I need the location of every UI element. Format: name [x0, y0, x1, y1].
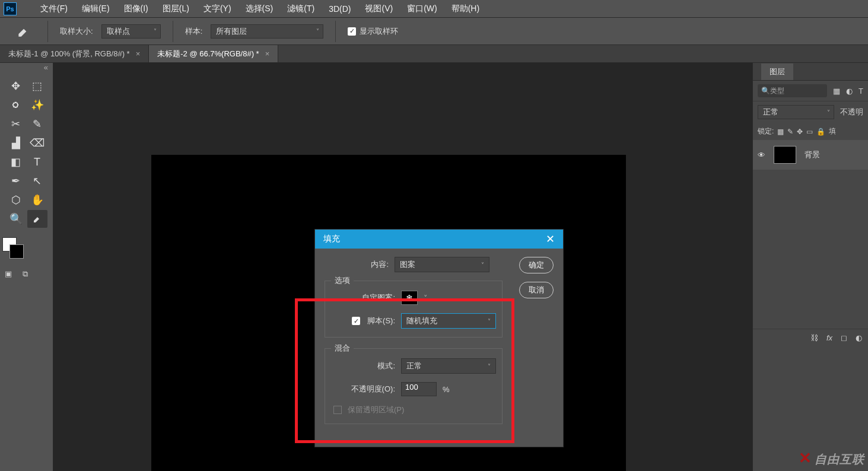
menu-layer[interactable]: 图层(L) — [155, 4, 196, 14]
layer-row[interactable]: 👁 背景 — [753, 140, 868, 170]
options-bar: 取样大小: 取样点 样本: 所有图层 ✓ 显示取样环 — [0, 18, 868, 45]
opacity-input[interactable]: 100 — [401, 382, 437, 396]
chevron-down-icon[interactable]: ˅ — [424, 294, 428, 303]
layer-name: 背景 — [805, 149, 820, 160]
crop-tool[interactable]: ✂ — [6, 115, 26, 133]
background-swatch[interactable] — [9, 244, 24, 259]
menu-window[interactable]: 窗口(W) — [400, 4, 444, 14]
brush-tool[interactable]: ✎ — [27, 115, 47, 133]
sample-label: 样本: — [185, 26, 203, 37]
visibility-icon[interactable]: 👁 — [758, 151, 765, 160]
filter-image-icon[interactable]: ▦ — [833, 87, 840, 96]
menu-select[interactable]: 选择(S) — [239, 4, 281, 14]
menu-help[interactable]: 帮助(H) — [444, 4, 487, 14]
show-ring-label: 显示取样环 — [360, 26, 398, 37]
adjustment-icon[interactable]: ◐ — [856, 333, 862, 342]
blend-legend: 混合 — [331, 343, 354, 354]
hand-tool[interactable]: ✋ — [27, 191, 47, 209]
lasso-tool[interactable]: ⭘ — [6, 96, 26, 114]
menu-3d[interactable]: 3D(D) — [322, 4, 358, 14]
type-tool[interactable]: T — [27, 153, 47, 171]
shape-tool[interactable]: ⬡ — [6, 191, 26, 209]
filter-adjust-icon[interactable]: ◐ — [846, 87, 853, 96]
close-icon[interactable]: × — [265, 49, 270, 58]
eyedropper-tool[interactable] — [27, 210, 47, 228]
link-icon[interactable]: ⛓ — [810, 333, 818, 342]
opacity-label: 不透明 — [840, 107, 863, 117]
ok-button[interactable]: 确定 — [519, 257, 554, 273]
lock-all-icon[interactable]: 🔒 — [816, 128, 825, 136]
eyedropper-icon[interactable] — [12, 23, 36, 40]
tab-label: 未标题-2 @ 66.7%(RGB/8#) * — [157, 49, 259, 59]
content-combo[interactable]: 图案 — [395, 257, 489, 272]
script-combo[interactable]: 随机填充 — [401, 313, 496, 329]
preserve-transparency-label: 保留透明区域(P) — [348, 405, 404, 415]
lock-brush-icon[interactable]: ✎ — [787, 128, 793, 136]
custom-pattern-label: 自定图案: — [331, 292, 395, 303]
preserve-transparency-checkbox — [333, 406, 342, 414]
menubar: Ps 文件(F) 编辑(E) 图像(I) 图层(L) 文字(Y) 选择(S) 滤… — [0, 0, 868, 18]
blend-mode-combo[interactable]: 正常 — [758, 105, 834, 119]
lock-label: 锁定: — [758, 126, 774, 136]
zoom-tool[interactable]: 🔍 — [6, 210, 26, 228]
close-icon[interactable]: × — [136, 49, 141, 58]
dialog-title: 填充 — [323, 234, 340, 244]
fx-icon[interactable]: fx — [826, 333, 832, 342]
tab-label: 未标题-1 @ 100% (背景, RGB/8#) * — [8, 49, 130, 59]
content-label: 内容: — [325, 259, 389, 270]
check-icon: ✓ — [348, 27, 356, 36]
move-tool[interactable]: ✥ — [6, 77, 26, 95]
menu-edit[interactable]: 编辑(E) — [75, 4, 117, 14]
document-tabs: 未标题-1 @ 100% (背景, RGB/8#) * × 未标题-2 @ 66… — [0, 45, 868, 63]
menu-image[interactable]: 图像(I) — [117, 4, 155, 14]
fill-label: 填 — [829, 126, 836, 136]
menu-view[interactable]: 视图(V) — [358, 4, 400, 14]
lock-artboard-icon[interactable]: ▭ — [806, 128, 813, 136]
path-select-tool[interactable]: ↖ — [27, 172, 47, 190]
layers-tab[interactable]: 图层 — [753, 63, 868, 81]
script-checkbox[interactable]: ✓ — [352, 317, 360, 325]
tab-doc2[interactable]: 未标题-2 @ 66.7%(RGB/8#) * × — [149, 45, 278, 62]
layers-panel: 图层 🔍 类型 ▦ ◐ T 正常 不透明 锁定: ▦ ✎ ✥ ▭ 🔒 填 👁 背… — [752, 63, 868, 471]
layer-filter-search[interactable]: 🔍 类型 — [758, 84, 827, 97]
magic-wand-tool[interactable]: ✨ — [27, 96, 47, 114]
marquee-tool[interactable]: ⬚ — [27, 77, 47, 95]
mode-label: 模式: — [331, 361, 395, 371]
pen-tool[interactable]: ✒ — [6, 172, 26, 190]
script-label: 脚本(S): — [367, 316, 395, 326]
tab-doc1[interactable]: 未标题-1 @ 100% (背景, RGB/8#) * × — [0, 45, 149, 62]
opacity-label: 不透明度(O): — [331, 384, 395, 394]
panel-collapse-icon[interactable]: « — [0, 63, 53, 74]
eraser-tool[interactable]: ⌫ — [27, 134, 47, 152]
mask-icon[interactable]: ◻ — [841, 333, 847, 342]
options-legend: 选项 — [331, 275, 354, 286]
layer-thumbnail[interactable] — [774, 146, 796, 164]
lock-pixels-icon[interactable]: ▦ — [777, 128, 784, 136]
lock-move-icon[interactable]: ✥ — [797, 128, 803, 136]
clone-tool[interactable]: ▟ — [6, 134, 26, 152]
show-sampling-ring-checkbox[interactable]: ✓ 显示取样环 — [348, 26, 398, 37]
dialog-titlebar[interactable]: 填充 ✕ — [315, 230, 563, 249]
filter-type-icon[interactable]: T — [859, 87, 863, 96]
watermark: ✕自由互联 — [799, 449, 864, 467]
sample-combo[interactable]: 所有图层 — [211, 24, 323, 39]
sample-size-combo[interactable]: 取样点 — [101, 24, 161, 39]
opacity-unit: % — [443, 385, 450, 394]
menu-file[interactable]: 文件(F) — [33, 4, 75, 14]
cancel-button[interactable]: 取消 — [519, 282, 554, 298]
app-logo: Ps — [4, 2, 17, 15]
tools-panel: « ✥ ⬚ ⭘ ✨ ✂ ✎ ▟ ⌫ ◧ T ✒ ↖ ⬡ ✋ 🔍 ▣ ⧉ — [0, 63, 53, 471]
menu-type[interactable]: 文字(Y) — [196, 4, 239, 14]
close-icon[interactable]: ✕ — [546, 233, 563, 246]
screenmode-icon[interactable]: ⧉ — [23, 269, 28, 279]
fill-dialog: 填充 ✕ 确定 取消 内容: 图案 选项 自定图案: ❄ ˅ ✓ 脚本(S): … — [314, 229, 564, 447]
mode-combo[interactable]: 正常 — [401, 358, 496, 374]
pattern-swatch[interactable]: ❄ — [401, 291, 418, 305]
quickmask-icon[interactable]: ▣ — [5, 269, 12, 279]
menu-filter[interactable]: 滤镜(T) — [280, 4, 322, 14]
sample-size-label: 取样大小: — [60, 26, 93, 37]
color-swatches[interactable] — [2, 237, 26, 261]
gradient-tool[interactable]: ◧ — [6, 153, 26, 171]
